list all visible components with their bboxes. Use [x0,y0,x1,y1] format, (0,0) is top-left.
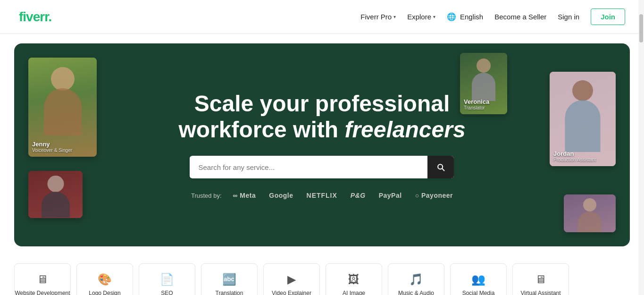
category-card-video-explainer[interactable]: ▶ Video Explainer [263,263,320,295]
scrollbar[interactable] [638,0,644,295]
hero-title-italic: freelancers [344,117,465,142]
chevron-down-icon: ▾ [393,14,396,19]
globe-icon: 🌐 [447,12,456,21]
nav-explore[interactable]: Explore ▾ [407,13,435,21]
categories-strip: 🖥 Website Development 🎨 Logo Design 📄 SE… [0,256,644,295]
logo-meta: ∞ Meta [233,192,256,199]
category-icon: 🖼 [348,273,360,286]
nav-sign-in[interactable]: Sign in [558,13,579,21]
hero-title: Scale your professional workforce with f… [178,91,465,143]
scrollbar-thumb[interactable] [639,14,643,42]
logo-pg: P&G [351,192,366,199]
category-label: Social Media [462,290,495,295]
logo-paypal: PayPal [379,192,402,199]
logo-payoneer: ○ Payoneer [415,192,453,199]
freelancer-role-jenny: Voiceover & Singer [32,148,72,153]
category-icon: 🎵 [409,273,423,286]
category-icon: ▶ [287,273,296,286]
category-label: Translation [216,290,243,295]
logo-google: Google [269,192,293,199]
join-button[interactable]: Join [591,8,625,25]
hero-title-line2: workforce with [178,117,344,142]
category-card-seo[interactable]: 📄 SEO [139,263,195,295]
main-nav: Fiverr Pro ▾ Explore ▾ 🌐 English Become … [360,8,625,25]
category-label: Video Explainer [272,290,311,295]
freelancer-name-jenny: Jenny [32,141,72,148]
trusted-by-label: Trusted by: [191,192,222,199]
sign-in-label: Sign in [558,13,579,21]
category-icon: 🖥 [535,273,546,286]
become-seller-label: Become a Seller [494,13,546,21]
chevron-down-icon: ▾ [433,14,435,19]
hero-content: Scale your professional workforce with f… [169,91,475,199]
category-card-music-audio[interactable]: 🎵 Music & Audio [388,263,444,295]
logo-netflix: NETFLIX [307,192,337,199]
category-card-website-dev[interactable]: 🖥 Website Development [14,263,71,295]
category-label: AI Image [343,290,365,295]
category-icon: 🖥 [37,273,48,286]
category-icon: 👥 [471,273,485,286]
freelancer-card-jenny: Jenny Voiceover & Singer [28,58,97,157]
category-card-virtual-assistant[interactable]: 🖥 Virtual Assistant [512,263,569,295]
category-label: Logo Design [89,290,120,295]
category-label: Music & Audio [398,290,434,295]
explore-label: Explore [407,13,431,21]
logo[interactable]: fiverr. [19,9,51,25]
category-icon: 🎨 [98,273,112,286]
category-icon: 📄 [160,273,174,286]
trusted-logos: ∞ Meta Google NETFLIX P&G PayPal ○ Payon… [233,192,453,199]
fiverr-pro-label: Fiverr Pro [360,13,392,21]
category-label: Website Development [15,290,70,295]
category-card-translation[interactable]: 🔤 Translation [201,263,258,295]
category-card-logo-design[interactable]: 🎨 Logo Design [76,263,133,295]
freelancer-card-bottom-left [28,171,83,218]
search-bar [190,156,454,178]
logo-dot: . [49,9,52,24]
nav-language[interactable]: 🌐 English [447,12,483,21]
search-icon [436,162,445,172]
freelancer-role-jordan: Production Assistant [553,157,596,162]
hero-title-line1: Scale your professional [194,91,450,116]
header: fiverr. Fiverr Pro ▾ Explore ▾ 🌐 English… [0,0,644,34]
category-card-ai-image[interactable]: 🖼 AI Image [326,263,382,295]
category-label: SEO [161,290,173,295]
freelancer-card-bottom-right [564,194,616,232]
trusted-by-section: Trusted by: ∞ Meta Google NETFLIX P&G Pa… [178,192,465,199]
freelancer-name-jordan: Jordan [553,150,596,157]
category-card-social-media[interactable]: 👥 Social Media [450,263,507,295]
search-button[interactable] [427,156,454,178]
nav-fiverr-pro[interactable]: Fiverr Pro ▾ [360,13,396,21]
nav-become-seller[interactable]: Become a Seller [494,13,546,21]
language-label: English [460,13,483,21]
freelancer-card-jordan: Jordan Production Assistant [550,72,616,166]
hero-section: Jenny Voiceover & Singer Veronica Transl… [14,43,630,246]
category-icon: 🔤 [222,273,236,286]
logo-text: fiverr [19,9,49,24]
search-input[interactable] [190,157,427,178]
category-label: Virtual Assistant [520,290,560,295]
